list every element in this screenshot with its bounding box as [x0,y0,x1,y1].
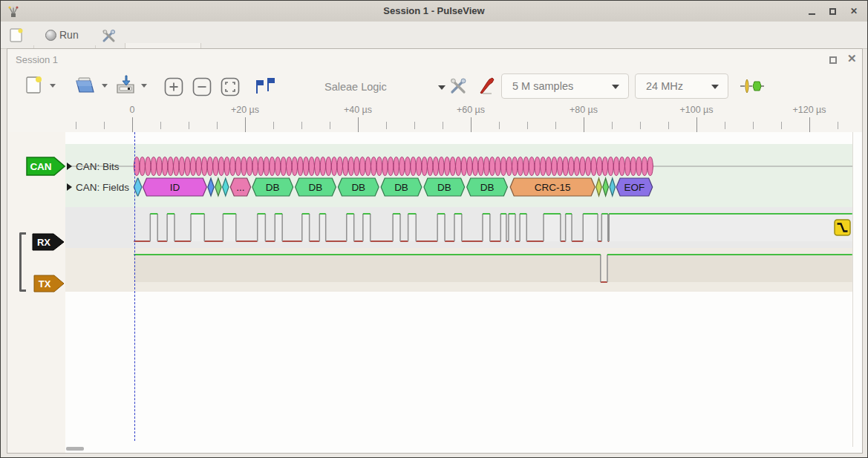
decoder-tag-can[interactable]: CAN [26,157,65,176]
rx-high-fill [258,214,266,241]
ruler-major-tick [696,117,697,132]
rx-high-fill [601,214,607,241]
decoder-row-label-bits: CAN: Bits [76,161,120,172]
time-zero-cursor[interactable] [134,132,135,441]
rx-high-fill [191,214,204,241]
ruler-minor-tick [273,122,274,129]
expand-arrow-fields[interactable] [67,183,72,191]
ruler-minor-tick [612,122,613,129]
can-bits-annotations [134,157,653,176]
rx-high-fill [566,214,572,241]
ruler-major-tick [809,117,810,132]
channel-tag-tx[interactable]: TX [33,275,65,292]
can-field-annotation [215,178,221,196]
run-button[interactable]: Run [39,22,91,48]
svg-text:CAN: CAN [30,161,51,172]
rx-high-fill [583,214,598,241]
ruler-minor-tick [838,122,838,129]
rx-high-fill [347,214,354,241]
horizontal-scrollbar-handle[interactable] [66,447,84,451]
tx-high-fill [607,255,852,282]
can-field-annotation [596,178,602,196]
rx-high-fill [150,214,157,241]
can-field-label: EOF [624,182,645,193]
can-field-label: DB [351,182,365,193]
ruler-minor-tick [160,122,161,129]
rx-high-fill [302,214,310,241]
run-icon [45,30,56,41]
ruler-label: +80 µs [570,105,598,115]
can-field-label: CRC-15 [535,182,571,193]
ruler-minor-tick [781,122,782,129]
ruler-minor-tick [668,122,669,129]
rx-high-fill [509,214,515,241]
rx-high-fill [223,214,235,241]
ruler-minor-tick [640,122,641,129]
can-field-annotation [603,178,609,196]
ruler-label: 0 [130,105,135,115]
rx-high-fill [454,214,462,241]
minimize-button[interactable] [805,7,820,17]
session-subwindow: Session 1 ✕ [7,48,863,454]
rx-high-fill [408,214,417,241]
ruler-minor-tick [443,122,443,129]
ruler-major-tick [245,117,246,132]
title-bar: Session 1 - PulseView ✕ [1,1,867,22]
can-field-annotation [610,178,616,196]
new-session-button[interactable] [9,27,25,44]
decoder-row-label-fields: CAN: Fields [76,182,129,193]
can-field-label: DB [394,182,408,193]
rx-high-fill [363,214,371,241]
close-button[interactable]: ✕ [846,6,861,16]
svg-text:TX: TX [39,278,51,289]
ruler-label: +20 µs [231,105,259,115]
can-field-label: DB [480,182,495,193]
expand-arrow-bits[interactable] [67,163,72,170]
rx-high-fill [275,214,282,241]
rx-high-fill [167,214,174,241]
rx-high-fill [393,214,400,241]
ruler-major-tick [132,117,133,132]
tx-edges [601,255,607,282]
minimize-icon [809,13,815,15]
maximize-icon [829,8,836,15]
ruler-label: +60 µs [457,105,485,115]
ruler-minor-tick [414,122,415,129]
app-icon [7,4,20,18]
rx-high-fill [483,214,490,241]
view-right-border [852,132,853,447]
ruler-minor-tick [189,122,189,129]
ruler-minor-tick [330,122,330,129]
ruler-major-tick [584,117,584,132]
ruler-minor-tick [386,122,387,129]
maximize-button[interactable] [826,7,841,17]
can-field-label: DB [309,182,323,193]
can-field-annotation [208,178,214,196]
rx-high-fill [520,214,526,241]
run-button-label: Run [59,22,79,48]
ruler-label: +120 µs [792,105,826,115]
settings-icon[interactable] [102,27,118,44]
rx-high-fill [500,214,506,241]
ruler-major-tick [471,117,471,132]
time-ruler[interactable]: 0+20 µs+40 µs+60 µs+80 µs+100 µs+120 µs [7,49,862,132]
trace-header-margin [8,132,65,453]
channel-tag-rx[interactable]: RX [32,233,65,251]
ruler-minor-tick [555,122,556,129]
tx-high-fill [134,255,601,282]
rx-high-fill [544,214,561,241]
close-icon: ✕ [850,6,858,16]
ruler-minor-tick [527,122,528,129]
can-field-annotation [223,178,229,196]
trigger-marker-falling-edge[interactable] [834,219,851,236]
ruler-minor-tick [753,122,754,129]
svg-text:RX: RX [37,237,50,248]
rx-high-fill [319,214,325,241]
trace-viewport[interactable]: ID...DBDBDBDBDBDBCRC-15EOF CAN CAN: Bits… [8,132,862,453]
can-field-label: DB [437,182,451,193]
ruler-minor-tick [76,122,76,129]
trace-group-bracket[interactable] [19,232,26,292]
can-field-label: DB [266,182,280,193]
rx-edges [150,214,609,241]
ruler-label: +40 µs [344,105,372,115]
